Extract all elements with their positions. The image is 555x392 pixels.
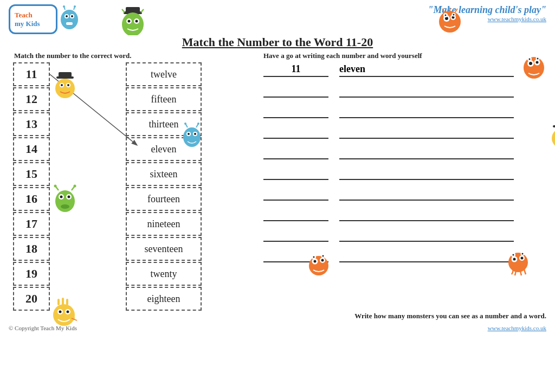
word-eighteen: eighteen [126,287,202,311]
num-box-13: 13 [13,112,50,136]
svg-point-53 [59,311,62,313]
svg-rect-56 [62,298,64,305]
write-line-word-2[interactable] [339,102,514,118]
write-line-word-4[interactable] [339,143,514,159]
word-seventeen: seventeen [126,237,202,261]
page-title: Match the Number to the Word 11-20 [182,35,373,49]
monster-yellow-bottom [50,297,78,329]
write-line-num-3[interactable] [263,123,328,139]
svg-rect-5 [66,22,73,25]
svg-point-48 [54,185,57,188]
bottom-write-instruction: Write how many monsters you can see as a… [0,311,555,322]
svg-point-3 [66,15,68,17]
write-line-word-7[interactable] [339,205,514,221]
monster-orange-octopus [506,249,530,279]
footer: © Copyright Teach My Kids www.teachmykid… [0,323,555,332]
svg-point-9 [74,5,76,8]
monster-yellow-hat-left [53,69,77,100]
svg-point-44 [68,196,70,198]
svg-line-17 [122,9,125,12]
svg-point-16 [135,20,138,23]
num-box-17: 17 [13,212,50,236]
logo-mykids: my Kids [15,20,40,28]
svg-point-80 [552,128,555,148]
svg-point-35 [55,79,75,98]
num-box-15: 15 [13,162,50,186]
write-line-word-6[interactable] [339,184,514,201]
svg-point-97 [321,259,324,262]
svg-point-68 [197,123,199,125]
svg-point-101 [322,255,324,257]
write-grid: 11 eleven [263,63,514,262]
num-box-16: 16 [13,187,50,211]
svg-point-43 [60,196,63,198]
svg-point-19 [439,11,461,33]
svg-point-49 [74,185,76,188]
svg-point-60 [183,127,201,147]
write-header-word: eleven [339,63,514,77]
svg-rect-79 [553,125,555,127]
footer-url: www.teachmykids.co.uk [488,325,546,331]
write-line-num-7[interactable] [263,205,328,221]
num-box-18: 18 [13,237,50,261]
write-line-word-3[interactable] [339,123,514,139]
num-box-14: 14 [13,137,50,161]
instruction-left: Match the number to the correct word. [14,52,258,60]
svg-point-93 [309,256,328,275]
write-header-num: 11 [263,63,328,77]
write-line-num-4[interactable] [263,143,328,159]
write-line-word-5[interactable] [339,164,514,180]
svg-point-54 [67,311,69,313]
monster-yellow-hat-middle [550,118,555,150]
title-row: Match the Number to the Word 11-20 [0,35,555,49]
match-area: 11 12 13 14 15 16 17 18 19 20 [9,62,258,311]
num-box-12: 12 [13,87,50,111]
words-column: twelve fifteen thirteen eleven sixteen f… [126,62,202,311]
monster-orange-bottom [307,249,331,279]
svg-line-28 [442,9,444,12]
logo: Teach my Kids [9,4,57,34]
write-line-num-5[interactable] [263,164,328,180]
svg-point-106 [521,257,524,260]
header: Teach my Kids [0,0,555,34]
write-line-num-2[interactable] [263,102,328,118]
svg-point-67 [184,123,186,125]
main-content: Match the number to the correct word. 11… [0,52,555,311]
write-line-word-8[interactable] [339,226,514,242]
header-monster-green [119,3,146,37]
write-line-num-6[interactable] [263,184,328,201]
header-monster-left [60,5,79,33]
write-line-word-9[interactable] [339,246,514,262]
word-nineteen: nineteen [126,212,202,236]
word-sixteen: sixteen [126,162,202,186]
svg-point-8 [63,5,65,8]
svg-point-63 [188,133,190,135]
word-fifteen: fifteen [126,87,202,111]
svg-point-39 [67,84,69,86]
header-monster-orange [437,7,463,36]
svg-point-27 [453,14,455,16]
svg-point-12 [122,12,144,35]
monster-green-left [53,182,77,215]
svg-point-15 [128,20,131,23]
write-line-num-1[interactable] [263,81,328,98]
svg-point-26 [445,15,447,16]
svg-point-100 [313,256,315,258]
svg-point-109 [513,254,514,256]
logo-teach: Teach [15,11,33,19]
monster-blue-words [181,121,203,150]
write-area: 11 eleven [263,63,546,262]
svg-point-64 [194,133,196,135]
svg-line-30 [455,9,457,12]
numbers-column: 11 12 13 14 15 16 17 18 19 20 [13,62,50,311]
instruction-right: Have a go at writing each number and wor… [263,52,546,60]
word-twenty: twenty [126,262,202,286]
num-box-20: 20 [13,287,50,311]
svg-point-38 [61,84,63,86]
word-fourteen: fourteen [126,187,202,211]
svg-rect-33 [59,72,72,77]
svg-point-96 [314,260,317,263]
right-section: Have a go at writing each number and wor… [258,52,546,311]
write-line-num-8[interactable] [263,226,328,242]
write-line-word-1[interactable] [339,81,514,98]
